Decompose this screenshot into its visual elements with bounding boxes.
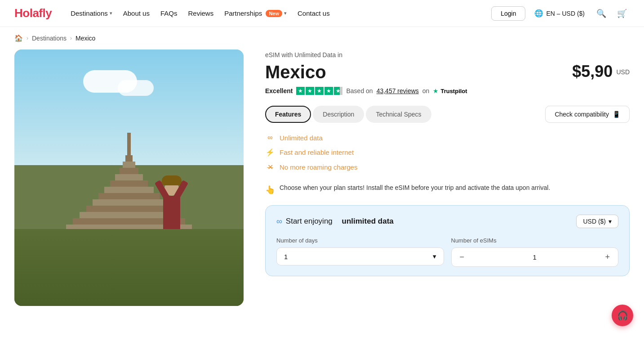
info-text: Choose when your plan starts! Install th… [280,183,550,193]
nav-reviews[interactable]: Reviews [183,6,218,21]
nav-destinations[interactable]: Destinations ▾ [66,6,117,21]
esims-field: Number of eSIMs − 1 + [451,237,619,267]
plan-fields: Number of days 1 ▾ Number of eSIMs − 1 + [276,237,618,267]
nav-about[interactable]: About us [119,6,154,21]
feature-text-roaming: No more roaming charges [280,163,357,171]
star-4: ★ [324,87,333,95]
breadcrumb-current: Mexico [76,35,95,42]
feature-item-data: ∞ Unlimited data [265,134,630,142]
esims-value: 1 [472,249,597,265]
activation-info: 👆 Choose when your plan starts! Install … [265,180,630,205]
feature-text-data: Unlimited data [280,134,323,142]
hand-icon: 👆 [265,184,275,196]
breadcrumb-sep: › [27,35,28,41]
plan-selector: ∞ Start enjoying unlimited data USD ($) … [265,205,630,276]
days-field: Number of days 1 ▾ [276,237,444,267]
home-icon[interactable]: 🏠 [14,34,23,42]
tab-features[interactable]: Features [265,106,311,123]
nav-contact[interactable]: Contact us [293,6,334,21]
new-badge: New [266,10,282,17]
plan-infinity-icon: ∞ [276,217,282,226]
breadcrumb-sep-2: › [70,35,72,41]
header-right: Login 🌐 EN – USD ($) 🔍 🛒 [491,6,630,21]
chevron-down-icon: ▾ [110,10,112,16]
infinity-icon: ∞ [265,134,275,142]
price-currency: USD [616,68,630,76]
tabs-row: Features Description Technical Specs Che… [265,106,630,123]
reviews-link[interactable]: 43,457 reviews [377,87,419,94]
days-selector[interactable]: 1 ▾ [276,247,444,265]
language-selector[interactable]: 🌐 EN – USD ($) [531,6,588,20]
increment-esims-button[interactable]: + [597,248,618,266]
search-icon[interactable]: 🔍 [594,6,609,21]
plan-header: ∞ Start enjoying unlimited data USD ($) … [276,215,618,228]
check-compatibility-button[interactable]: Check compatibility 📱 [545,106,630,123]
tab-description[interactable]: Description [313,106,364,123]
lightning-icon: ⚡ [265,148,275,157]
days-value: 1 [284,253,288,261]
product-info: eSIM with Unlimited Data in Mexico $5,90… [265,49,630,306]
breadcrumb: 🏠 › Destinations › Mexico [0,27,644,49]
help-button[interactable]: 🎧 [612,305,633,324]
decrement-esims-button[interactable]: − [452,248,473,266]
product-title-row: Mexico $5,90 USD [265,62,630,82]
main-nav: Destinations ▾ About us FAQs Reviews Par… [66,6,477,21]
star-5-half: ★ [334,87,342,95]
product-tabs: Features Description Technical Specs [265,106,431,123]
rating-label: Excellent [265,87,293,94]
product-title: Mexico [265,62,326,82]
reviews-text: Based on [346,87,373,94]
logo[interactable]: Holafly [14,6,52,20]
chevron-down-icon: ▾ [433,252,436,261]
cart-icon[interactable]: 🛒 [614,6,630,21]
plan-title: ∞ Start enjoying unlimited data [276,217,394,226]
feature-item-roaming: ✕ No more roaming charges [265,163,630,171]
phone-check-icon: 📱 [613,111,620,118]
trustpilot-label: Trustpilot [440,88,467,94]
trustpilot-logo: ★ Trustpilot [433,87,467,94]
days-label: Number of days [276,237,444,244]
product-price: $5,90 [572,62,613,81]
globe-icon: 🌐 [534,9,543,18]
chevron-down-icon: ▾ [284,10,287,16]
feature-list: ∞ Unlimited data ⚡ Fast and reliable int… [265,134,630,171]
tp-star-icon: ★ [433,87,439,94]
star-2: ★ [306,87,314,95]
headset-icon: 🎧 [617,310,628,321]
chevron-down-icon: ▾ [608,218,612,225]
product-photo [14,49,244,306]
feature-item-internet: ⚡ Fast and reliable internet [265,148,630,157]
main-content: eSIM with Unlimited Data in Mexico $5,90… [0,49,644,324]
currency-selector[interactable]: USD ($) ▾ [576,215,618,228]
breadcrumb-destinations[interactable]: Destinations [32,35,67,42]
feature-text-internet: Fast and reliable internet [280,148,354,156]
esims-selector: − 1 + [451,247,619,267]
nav-partnerships[interactable]: Partnerships New ▾ [220,6,291,21]
reviews-on: on [422,87,430,94]
product-image [14,49,244,306]
price-section: $5,90 USD [572,62,630,81]
no-roaming-icon: ✕ [265,163,275,171]
nav-faqs[interactable]: FAQs [156,6,182,21]
product-subtitle: eSIM with Unlimited Data in [265,51,630,58]
rating-row: Excellent ★ ★ ★ ★ ★ Based on 43,457 revi… [265,87,630,95]
header: Holafly Destinations ▾ About us FAQs Rev… [0,0,644,27]
cart-wrapper: 🛒 [614,9,630,18]
login-button[interactable]: Login [491,6,525,21]
star-1: ★ [296,87,305,95]
tab-technical-specs[interactable]: Technical Specs [366,106,431,123]
esims-label: Number of eSIMs [451,237,619,244]
trustpilot-stars: ★ ★ ★ ★ ★ [296,87,342,95]
star-3: ★ [315,87,324,95]
